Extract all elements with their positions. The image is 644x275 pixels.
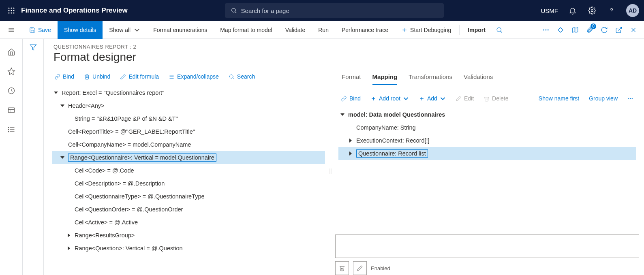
- tab-mapping[interactable]: Mapping: [372, 70, 398, 85]
- module-icon[interactable]: [6, 105, 16, 115]
- svg-point-18: [543, 30, 544, 30]
- search-icon: [229, 74, 235, 80]
- svg-point-4: [11, 10, 12, 11]
- import-button[interactable]: Import: [461, 21, 492, 39]
- group-view-button[interactable]: Group view: [585, 93, 622, 104]
- close-icon[interactable]: [626, 23, 641, 37]
- collapse-icon[interactable]: [340, 112, 345, 117]
- svg-marker-34: [30, 45, 36, 50]
- tree-row[interactable]: Cell<CompanyName> = model.CompanyName: [52, 138, 325, 151]
- pencil-icon: [357, 265, 363, 271]
- show-all-button[interactable]: Show all: [103, 21, 147, 39]
- edit-formula-button[interactable]: Edit formula: [116, 71, 163, 82]
- cmd-search-icon[interactable]: [492, 23, 507, 37]
- svg-point-45: [630, 98, 631, 99]
- more-icon[interactable]: [623, 93, 638, 104]
- chevron-down-icon: [134, 27, 140, 33]
- start-debugging-button[interactable]: Start Debugging: [395, 21, 458, 39]
- svg-rect-25: [8, 108, 14, 113]
- clock-icon[interactable]: [6, 86, 16, 96]
- company-code[interactable]: USMF: [541, 7, 558, 14]
- bind-button[interactable]: Bind: [337, 93, 365, 104]
- expand-icon[interactable]: [66, 246, 71, 251]
- collapse-icon[interactable]: [60, 155, 65, 160]
- diamond-icon[interactable]: [553, 23, 568, 37]
- popout-icon[interactable]: [612, 23, 626, 37]
- svg-point-7: [11, 12, 12, 13]
- validate-button[interactable]: Validate: [279, 21, 312, 39]
- show-details-button[interactable]: Show details: [58, 21, 103, 39]
- collapse-icon[interactable]: [60, 103, 65, 108]
- tree-row[interactable]: Range<Question>: Vertical = @.Question: [52, 242, 325, 255]
- bind-button[interactable]: Bind: [50, 71, 78, 82]
- edit-formula-button[interactable]: [353, 261, 367, 275]
- enabled-label: Enabled: [371, 265, 390, 271]
- show-name-first-button[interactable]: Show name first: [535, 93, 583, 104]
- attach-icon[interactable]: 0: [582, 23, 597, 37]
- notifications-icon[interactable]: [565, 2, 581, 19]
- search-box[interactable]: [225, 3, 444, 18]
- tab-validations[interactable]: Validations: [464, 70, 493, 85]
- tree-row-selected[interactable]: Range<Questionnaire>: Vertical = model.Q…: [52, 151, 325, 164]
- svg-marker-23: [8, 68, 15, 75]
- format-enumerations-button[interactable]: Format enumerations: [147, 21, 214, 39]
- expand-collapse-button[interactable]: Expand/collapse: [165, 71, 223, 82]
- svg-point-44: [628, 98, 629, 99]
- tree-row[interactable]: Cell<QuestionnaireType> = @.Questionnair…: [52, 190, 325, 203]
- tree-row[interactable]: Range<ResultsGroup>: [52, 229, 325, 242]
- map-icon[interactable]: [568, 23, 582, 37]
- tab-transformations[interactable]: Transformations: [409, 70, 452, 85]
- formula-box[interactable]: [335, 234, 639, 258]
- pencil-icon: [120, 74, 126, 80]
- svg-point-33: [8, 131, 9, 132]
- tree-row[interactable]: String = "&R&10Page &P of &N &D &T": [52, 112, 325, 125]
- run-button[interactable]: Run: [312, 21, 335, 39]
- format-tree: Report: Excel = "Questionnaires report" …: [49, 85, 328, 256]
- expand-icon[interactable]: [348, 138, 353, 143]
- filter-icon[interactable]: [30, 44, 37, 275]
- tree-row[interactable]: model: Data model Questionnaires: [338, 108, 636, 121]
- home-icon[interactable]: [6, 47, 16, 57]
- save-button[interactable]: Save: [23, 21, 58, 39]
- list-icon[interactable]: [6, 125, 16, 134]
- chevron-down-icon: [403, 96, 409, 102]
- hamburger-icon[interactable]: [0, 26, 23, 34]
- search-icon: [231, 7, 237, 14]
- tree-row[interactable]: Cell<ReportTitle> = @"GER_LABEL:ReportTi…: [52, 125, 325, 138]
- header: QUESTIONNAIRES REPORT : 2 Format designe…: [44, 39, 644, 67]
- performance-trace-button[interactable]: Performance trace: [335, 21, 395, 39]
- tree-row-selected[interactable]: Questionnaire: Record list: [338, 147, 636, 160]
- collapse-icon[interactable]: [53, 90, 58, 95]
- tree-row[interactable]: CompanyName: String: [338, 121, 636, 134]
- waffle-icon[interactable]: [5, 7, 18, 14]
- refresh-icon[interactable]: [597, 23, 612, 37]
- tree-row[interactable]: Cell<Active> = @.Active: [52, 216, 325, 229]
- expand-icon[interactable]: [66, 233, 71, 238]
- more-icon[interactable]: [539, 23, 553, 37]
- tree-row[interactable]: Report: Excel = "Questionnaires report": [52, 86, 325, 99]
- search-input[interactable]: [241, 7, 438, 14]
- splitter[interactable]: ‖: [329, 67, 332, 275]
- tree-row[interactable]: ExecutionContext: Record[!]: [338, 134, 636, 147]
- tree-search-button[interactable]: Search: [225, 71, 259, 82]
- add-button[interactable]: Add: [415, 93, 450, 104]
- svg-point-20: [548, 30, 548, 30]
- expand-icon[interactable]: [348, 151, 353, 156]
- mapping-pane: Format Mapping Transformations Validatio…: [332, 67, 644, 275]
- help-icon[interactable]: [603, 2, 620, 19]
- tree-row[interactable]: Cell<Code> = @.Code: [52, 164, 325, 177]
- star-icon[interactable]: [6, 66, 16, 76]
- delete-formula-button[interactable]: [335, 261, 349, 275]
- svg-point-6: [8, 12, 9, 13]
- settings-icon[interactable]: [584, 2, 600, 19]
- add-root-button[interactable]: Add root: [366, 93, 413, 104]
- svg-point-16: [497, 28, 501, 32]
- user-avatar[interactable]: AD: [626, 4, 639, 17]
- tree-row[interactable]: Header<Any>: [52, 99, 325, 112]
- tree-row[interactable]: Cell<QuestionOrder> = @.QuestionOrder: [52, 203, 325, 216]
- tree-row[interactable]: Cell<Description> = @.Description: [52, 177, 325, 190]
- tab-format[interactable]: Format: [342, 70, 361, 85]
- svg-line-10: [235, 12, 236, 13]
- map-format-to-model-button[interactable]: Map format to model: [214, 21, 278, 39]
- unbind-button[interactable]: Unbind: [80, 71, 114, 82]
